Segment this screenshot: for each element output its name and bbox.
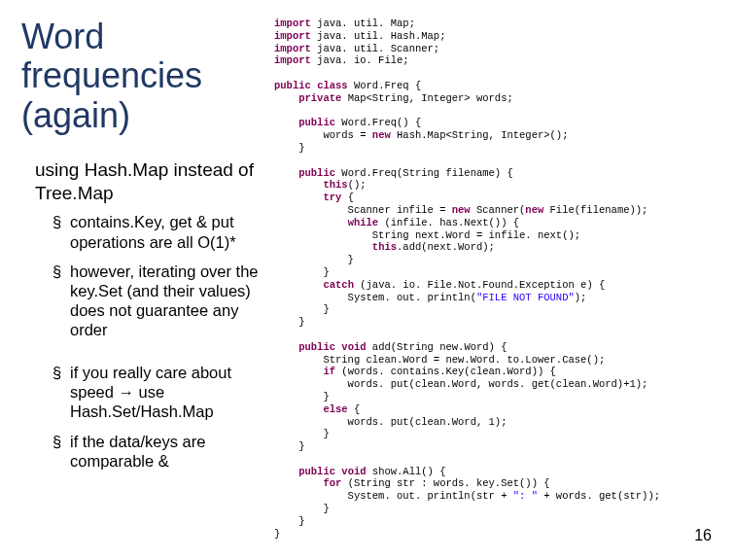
subtitle: using Hash.Map instead of Tree.Map [35,158,264,205]
bullet-item: contains.Key, get & put operations are a… [54,212,264,251]
bullet-item: if the data/keys are comparable & [54,432,264,471]
bullet-item: if you really care about speed → use Has… [54,363,264,421]
bullet-group-2: if you really care about speed → use Has… [54,363,264,471]
bullet-group-1: contains.Key, get & put operations are a… [54,212,264,339]
slide-title: Word frequencies (again) [21,18,264,135]
code-block: import java. util. Map; import java. uti… [274,18,721,540]
code-column: import java. util. Map; import java. uti… [264,18,721,560]
bullet-item: however, iterating over the key.Set (and… [54,262,264,340]
slide: Word frequencies (again) using Hash.Map … [0,0,735,560]
page-number: 16 [694,527,712,544]
left-column: Word frequencies (again) using Hash.Map … [21,18,264,560]
